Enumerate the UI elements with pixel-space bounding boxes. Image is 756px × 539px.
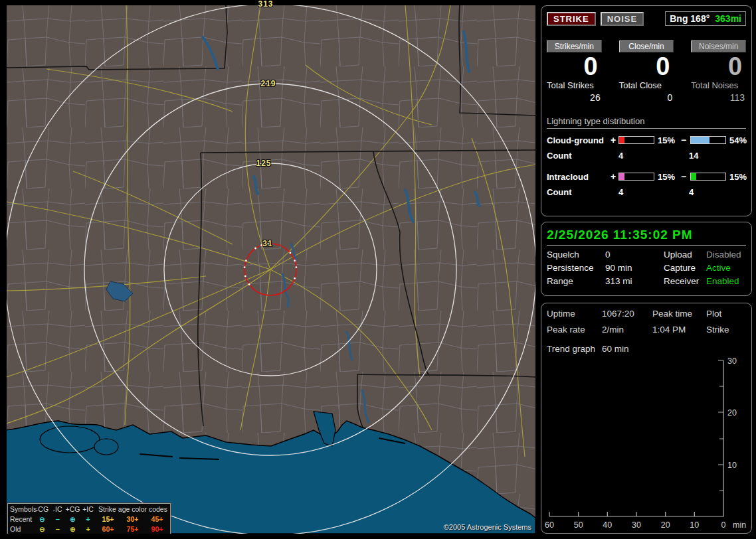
intracloud-count-row: Count 4 4 <box>547 187 746 199</box>
squelch-value: 0 <box>605 250 664 260</box>
cg-plus-pct: 15% <box>654 135 681 145</box>
y-tick-10: 10 <box>727 461 737 470</box>
upload-label: Upload <box>664 250 706 260</box>
divider <box>547 245 746 246</box>
legend-symbols-header: Symbols <box>10 505 35 513</box>
strikes-per-min-label: Strikes/min <box>547 40 602 52</box>
x-tick-60: 60 <box>545 520 554 530</box>
legend-col--ic: -IC <box>50 505 65 513</box>
peak-rate-label: Peak rate <box>547 325 602 335</box>
legend-col--cg: -CG <box>35 505 50 513</box>
map-legend: Symbols -CG -IC +CG +IC Strike age color… <box>7 503 171 534</box>
legend-age-header: Strike age color codes <box>96 505 170 513</box>
noises-column: Noises/min 0 Total Noises 113 <box>691 40 746 103</box>
cloud-ground-label: Cloud-ground <box>547 135 611 145</box>
count-label: Count <box>547 187 618 199</box>
copyright: ©2005 Astrogenic Systems <box>444 523 531 531</box>
cg-minus-pct: 54% <box>726 135 751 145</box>
bearing-label: Bng 168° <box>670 13 709 24</box>
capture-status: Active <box>706 263 746 273</box>
age-30: 30+ <box>120 515 145 523</box>
peak-rate-value: 2/min <box>602 325 652 335</box>
x-tick-0: 0 <box>721 520 726 530</box>
noises-per-min-value: 0 <box>691 52 746 80</box>
plus-sign: + <box>611 135 618 145</box>
noise-button[interactable]: NOISE <box>601 12 644 26</box>
cloud-ground-count-row: Count 4 14 <box>547 151 746 163</box>
range-label: Range <box>547 276 605 286</box>
cg-plus-count: 4 <box>618 151 689 163</box>
x-tick-30: 30 <box>632 520 641 530</box>
distribution-title: Lightning type distribution <box>547 116 746 129</box>
old-ic-plus-icon: + <box>80 525 96 533</box>
ic-minus-bar-fill <box>691 173 696 180</box>
trend-panel: Uptime 1067:20 Peak time Plot Peak rate … <box>541 303 752 534</box>
ic-minus-bar <box>690 173 726 181</box>
legend-col-+ic: +IC <box>80 505 96 513</box>
persistence-value: 90 min <box>605 263 664 273</box>
plus-sign: + <box>611 171 618 182</box>
close-per-min-value: 0 <box>619 52 674 80</box>
plot-label: Plot <box>706 309 746 319</box>
age-90: 90+ <box>145 525 169 533</box>
minus-sign: − <box>681 135 690 145</box>
x-tick-50: 50 <box>574 520 583 530</box>
ic-plus-count: 4 <box>618 187 689 199</box>
close-per-min-label: Close/min <box>619 40 674 52</box>
status-panel: 2/25/2026 11:35:02 PM Squelch 0 Upload D… <box>541 222 752 296</box>
ic-plus-bar <box>618 173 654 181</box>
y-tick-20: 20 <box>727 408 737 418</box>
old-cg-minus-icon: ⊖ <box>35 525 50 533</box>
age-45: 45+ <box>145 515 169 523</box>
capture-label: Capture <box>664 263 706 273</box>
legend-col-+cg: +CG <box>65 505 80 513</box>
recent-ic-minus-icon: − <box>50 515 65 523</box>
datetime-display: 2/25/2026 11:35:02 PM <box>547 228 746 242</box>
range-ring-label-219: 219 <box>260 79 276 88</box>
age-60: 60+ <box>96 525 120 533</box>
x-tick-20: 20 <box>661 520 670 530</box>
persistence-label: Persistence <box>547 263 605 273</box>
x-tick-40: 40 <box>603 520 612 530</box>
upload-status: Disabled <box>706 250 746 260</box>
trend-graph-value: 60 min <box>602 344 629 354</box>
age-15: 15+ <box>96 515 120 523</box>
minus-sign: − <box>681 171 690 182</box>
intracloud-row: Intracloud + 15% − 15% <box>547 171 746 183</box>
old-ic-minus-icon: − <box>50 525 65 533</box>
legend-old-row: Old ⊖ − ⊕ + 60+ 75+ 90+ <box>8 524 170 534</box>
peak-time-value: 1:04 PM <box>652 325 706 335</box>
cg-plus-bar <box>618 136 654 144</box>
total-close-value: 0 <box>619 92 674 103</box>
counters-panel: STRIKE NOISE Bng 168° 363mi Strikes/min … <box>541 5 752 216</box>
x-axis-unit: min <box>733 520 746 530</box>
plot-mode-value: Strike <box>706 325 746 335</box>
ic-minus-count: 4 <box>689 187 746 199</box>
recent-cg-minus-icon: ⊖ <box>35 515 50 523</box>
ic-plus-pct: 15% <box>654 172 681 182</box>
intracloud-label: Intracloud <box>547 172 611 182</box>
trend-chart: 30 20 10 60 50 40 30 20 10 0 min <box>541 354 751 532</box>
receiver-label: Receiver <box>664 276 706 286</box>
nexstorm-window: Symbols -CG -IC +CG +IC Strike age color… <box>0 0 756 539</box>
x-tick-10: 10 <box>690 520 699 530</box>
legend-recent-label: Recent <box>10 515 35 523</box>
trend-graph-label: Trend graph <box>547 344 602 354</box>
squelch-label: Squelch <box>547 250 605 260</box>
cloud-ground-row: Cloud-ground + 15% − 54% <box>547 134 746 146</box>
range-ring-label-31: 31 <box>262 239 272 248</box>
cg-plus-bar-fill <box>619 137 624 143</box>
age-75: 75+ <box>120 525 145 533</box>
receiver-status: Enabled <box>706 276 746 286</box>
total-noises-value: 113 <box>691 92 746 103</box>
bearing-display: Bng 168° 363mi <box>665 11 746 26</box>
strike-button[interactable]: STRIKE <box>547 12 596 26</box>
total-strikes-label: Total Strikes <box>547 80 602 90</box>
cg-minus-count: 14 <box>689 151 746 163</box>
legend-header-row: Symbols -CG -IC +CG +IC Strike age color… <box>8 504 170 514</box>
uptime-value: 1067:20 <box>602 309 652 319</box>
count-label: Count <box>547 151 618 163</box>
close-column: Close/min 0 Total Close 0 <box>619 40 674 103</box>
legend-recent-row: Recent ⊖ − ⊕ + 15+ 30+ 45+ <box>8 514 170 524</box>
recent-cg-plus-icon: ⊕ <box>65 515 80 523</box>
